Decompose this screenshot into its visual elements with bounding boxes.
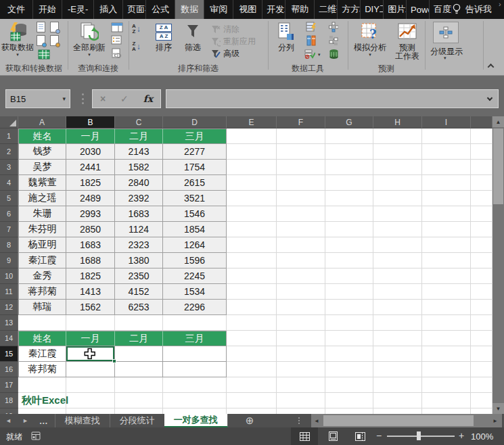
name-box[interactable]: B15 ▾ (5, 89, 70, 108)
cell[interactable] (422, 408, 471, 414)
cell[interactable] (325, 237, 373, 253)
sheet-tab-一对多查找[interactable]: 一对多查找 (164, 414, 228, 427)
from-range-icon[interactable] (38, 49, 50, 60)
cell[interactable]: 吴梦 (18, 160, 66, 175)
cell[interactable] (325, 191, 373, 206)
collapse-ribbon-icon[interactable] (488, 64, 495, 70)
cell[interactable] (373, 346, 422, 362)
manage-data-model-icon[interactable] (329, 49, 339, 60)
cell[interactable] (163, 408, 227, 414)
row-header-10[interactable]: 10 (0, 268, 18, 284)
cell[interactable] (471, 377, 492, 393)
sort-ascending-icon[interactable]: AZ↓ (132, 24, 141, 34)
cell[interactable]: 2392 (115, 191, 163, 206)
fill-handle[interactable] (112, 359, 116, 363)
cell[interactable] (471, 128, 492, 144)
row-header-11[interactable]: 11 (0, 284, 18, 300)
cell[interactable]: 朱芬明 (18, 222, 66, 237)
cell[interactable] (277, 346, 325, 362)
cell[interactable] (471, 346, 492, 362)
cell[interactable]: 1582 (115, 160, 163, 175)
cell[interactable]: 1825 (66, 175, 115, 191)
cell[interactable] (277, 128, 325, 144)
cell[interactable]: 1754 (163, 160, 227, 175)
ribbon-tab-DIY工具箱[interactable]: DIY工具箱 (360, 0, 383, 19)
row-header-12[interactable]: 12 (0, 300, 18, 315)
cell[interactable] (277, 175, 325, 191)
cell[interactable] (373, 284, 422, 300)
row-header-16[interactable]: 16 (0, 362, 18, 377)
cell[interactable]: 韩瑞 (18, 300, 66, 315)
cell[interactable] (227, 315, 277, 331)
cell[interactable] (277, 377, 325, 393)
cell[interactable] (422, 253, 471, 268)
cell[interactable] (373, 206, 422, 222)
table-header-cell[interactable]: 一月 (66, 128, 115, 144)
cell[interactable] (227, 377, 277, 393)
cell[interactable]: 1688 (66, 253, 115, 268)
cell[interactable]: 2030 (66, 144, 115, 160)
cell[interactable]: 1562 (66, 300, 115, 315)
cell[interactable] (422, 362, 471, 377)
cell[interactable] (422, 206, 471, 222)
scroll-up-icon[interactable]: ▲ (492, 116, 504, 127)
cell[interactable] (325, 206, 373, 222)
cell[interactable] (115, 377, 163, 393)
cell[interactable] (277, 315, 325, 331)
row-header-8[interactable]: 8 (0, 237, 18, 253)
vertical-scrollbar[interactable]: ▲ ▼ (492, 116, 504, 414)
column-header-I[interactable]: I (422, 116, 471, 128)
edit-links-icon[interactable] (111, 48, 122, 58)
cell[interactable]: 1413 (66, 284, 115, 300)
cell[interactable] (18, 408, 66, 414)
table-header-cell[interactable]: 二月 (115, 331, 163, 346)
table-header-cell[interactable]: 三月 (163, 331, 227, 346)
cell[interactable] (115, 362, 163, 377)
vertical-scroll-thumb[interactable] (493, 128, 503, 204)
cell[interactable] (325, 362, 373, 377)
cell[interactable] (471, 237, 492, 253)
cell[interactable] (325, 408, 373, 414)
scroll-down-icon[interactable]: ▼ (492, 403, 504, 414)
remove-duplicates-icon[interactable] (306, 35, 317, 46)
recent-sources-icon[interactable] (50, 22, 59, 32)
row-header-5[interactable]: 5 (0, 191, 18, 206)
cell[interactable] (373, 144, 422, 160)
cell[interactable] (277, 268, 325, 284)
column-header[interactable] (471, 116, 492, 128)
row-header-14[interactable]: 14 (0, 331, 18, 346)
cell[interactable]: 1124 (115, 222, 163, 237)
zoom-in-icon[interactable]: + (459, 430, 464, 441)
scroll-right-icon[interactable]: ► (490, 414, 501, 427)
row-header-17[interactable]: 17 (0, 377, 18, 393)
cell[interactable] (325, 144, 373, 160)
cell[interactable] (471, 331, 492, 346)
cell[interactable] (66, 377, 115, 393)
cell[interactable]: 秦江霞 (18, 253, 66, 268)
cell[interactable] (227, 237, 277, 253)
ribbon-tab-页面布局[interactable]: 页面布局 (122, 0, 145, 19)
row-header-3[interactable]: 3 (0, 160, 18, 175)
cell[interactable] (471, 206, 492, 222)
cell[interactable] (227, 331, 277, 346)
from-table-icon[interactable] (50, 35, 59, 46)
ribbon-tab-插入[interactable]: 插入 (93, 0, 122, 19)
ribbon-tab-Power[interactable]: Power (406, 0, 429, 19)
queries-connections-icon[interactable] (111, 22, 123, 32)
cell[interactable] (422, 237, 471, 253)
cell[interactable] (373, 362, 422, 377)
cell[interactable] (373, 128, 422, 144)
cell[interactable] (115, 393, 163, 408)
cell[interactable] (471, 362, 492, 377)
cell[interactable] (422, 128, 471, 144)
cell[interactable] (227, 346, 277, 362)
column-header-C[interactable]: C (115, 116, 163, 128)
cell[interactable] (471, 160, 492, 175)
macro-record-icon[interactable] (31, 431, 41, 440)
cell[interactable]: 杨亚明 (18, 237, 66, 253)
row-header-18[interactable]: 18 (0, 393, 18, 408)
row-header-13[interactable]: 13 (0, 315, 18, 331)
cell[interactable]: 蒋邦菊 (18, 362, 66, 377)
flash-fill-icon[interactable] (306, 22, 317, 32)
ribbon-tab-方方格子[interactable]: 方方格子 (337, 0, 360, 19)
